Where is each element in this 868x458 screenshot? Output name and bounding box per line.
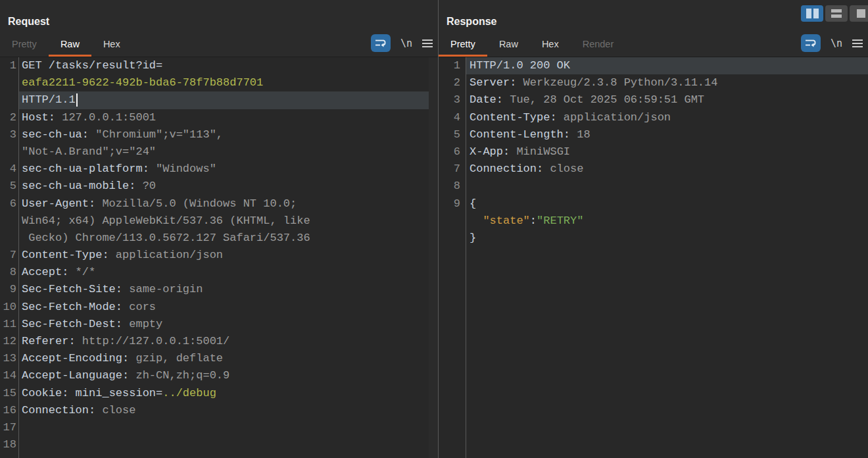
code-text[interactable]: } — [466, 230, 868, 247]
code-line[interactable]: 8 — [439, 178, 868, 195]
code-line[interactable]: 1HTTP/1.0 200 OK — [439, 57, 868, 74]
code-line[interactable]: Gecko) Chrome/113.0.5672.127 Safari/537.… — [0, 230, 429, 247]
rows-view-button[interactable] — [825, 5, 848, 22]
code-line[interactable]: 5sec-ch-ua-mobile: ?0 — [0, 178, 429, 195]
code-segment: application/json — [109, 249, 223, 261]
code-text[interactable]: Accept-Language: zh-CN,zh;q=0.9 — [19, 367, 429, 384]
request-panel-header: Request Pretty Raw Hex \n — [0, 0, 438, 57]
code-line[interactable]: "state":"RETRY" — [439, 213, 868, 230]
code-segment: empty — [122, 318, 162, 330]
code-text[interactable]: Accept: */* — [19, 264, 429, 281]
code-text[interactable]: Win64; x64) AppleWebKit/537.36 (KHTML, l… — [19, 213, 429, 230]
code-text[interactable]: Date: Tue, 28 Oct 2025 06:59:51 GMT — [466, 91, 868, 109]
code-line[interactable]: eafa2211-9622-492b-bda6-78f7b88d7701 — [0, 74, 429, 91]
code-text[interactable] — [19, 436, 429, 453]
single-view-button[interactable] — [850, 5, 868, 22]
request-panel-title: Request — [8, 16, 49, 28]
code-text[interactable]: HTTP/1.1 — [19, 91, 429, 109]
code-line[interactable]: 4sec-ch-ua-platform: "Windows" — [0, 161, 429, 178]
code-text[interactable]: HTTP/1.0 200 OK — [466, 57, 868, 74]
code-text[interactable]: "state":"RETRY" — [466, 213, 868, 230]
code-line[interactable]: 17 — [0, 419, 429, 436]
code-line[interactable]: 11Sec-Fetch-Dest: empty — [0, 316, 429, 333]
soft-wrap-button[interactable] — [801, 34, 821, 52]
code-line[interactable]: 3Date: Tue, 28 Oct 2025 06:59:51 GMT — [439, 91, 868, 109]
code-text[interactable]: { — [466, 195, 868, 213]
code-line[interactable]: "Not-A.Brand";v="24" — [0, 143, 429, 161]
show-newlines-button[interactable]: \n — [831, 38, 842, 49]
show-newlines-button[interactable]: \n — [400, 38, 412, 49]
code-text[interactable]: Referer: http://127.0.0.1:5001/ — [19, 333, 429, 350]
code-text[interactable]: Gecko) Chrome/113.0.5672.127 Safari/537.… — [19, 230, 429, 247]
tab-pretty[interactable]: Pretty — [439, 39, 487, 57]
code-line[interactable]: 16Connection: close — [0, 402, 429, 419]
code-text[interactable]: sec-ch-ua-mobile: ?0 — [19, 178, 429, 195]
text-cursor — [76, 93, 78, 107]
code-line[interactable]: 7Connection: close — [439, 161, 868, 178]
tab-raw[interactable]: Raw — [49, 39, 91, 57]
code-line[interactable]: 2Server: Werkzeug/2.3.8 Python/3.11.14 — [439, 74, 868, 91]
code-line[interactable]: 2Host: 127.0.0.1:5001 — [0, 109, 429, 126]
code-line[interactable]: 14Accept-Language: zh-CN,zh;q=0.9 — [0, 367, 429, 384]
code-line[interactable]: 10Sec-Fetch-Mode: cors — [0, 299, 429, 316]
response-panel-title: Response — [446, 16, 496, 28]
code-line[interactable]: } — [439, 230, 868, 247]
code-text[interactable]: eafa2211-9622-492b-bda6-78f7b88d7701 — [19, 74, 429, 91]
code-line[interactable]: HTTP/1.1 — [0, 91, 429, 109]
columns-view-button[interactable] — [801, 5, 823, 22]
columns-icon — [813, 9, 819, 18]
tab-pretty[interactable]: Pretty — [0, 39, 49, 57]
code-text[interactable]: Content-Type: application/json — [19, 247, 429, 264]
code-text[interactable]: Connection: close — [19, 402, 429, 419]
response-editor[interactable]: 1HTTP/1.0 200 OK2Server: Werkzeug/2.3.8 … — [439, 57, 868, 458]
code-text[interactable]: Content-Type: application/json — [466, 109, 868, 126]
tab-hex[interactable]: Hex — [530, 39, 571, 57]
columns-icon — [806, 9, 811, 18]
tab-raw[interactable]: Raw — [487, 39, 530, 57]
code-text[interactable]: "Not-A.Brand";v="24" — [19, 143, 429, 161]
code-line[interactable]: 1GET /tasks/result?id= — [0, 57, 429, 74]
code-line[interactable]: 3sec-ch-ua: "Chromium";v="113", — [0, 126, 429, 143]
editor-menu-button[interactable] — [852, 39, 863, 47]
code-text[interactable]: Sec-Fetch-Site: same-origin — [19, 281, 429, 298]
request-editor[interactable]: 1GET /tasks/result?id=eafa2211-9622-492b… — [0, 57, 429, 458]
code-line[interactable]: 13Accept-Encoding: gzip, deflate — [0, 350, 429, 367]
code-line[interactable]: 12Referer: http://127.0.0.1:5001/ — [0, 333, 429, 350]
code-line[interactable]: Win64; x64) AppleWebKit/537.36 (KHTML, l… — [0, 213, 429, 230]
code-line[interactable]: 6X-App: MiniWSGI — [439, 143, 868, 161]
code-text[interactable]: X-App: MiniWSGI — [466, 143, 868, 161]
line-number: 9 — [0, 281, 18, 298]
line-number: 18 — [0, 436, 18, 453]
code-text[interactable]: Sec-Fetch-Dest: empty — [19, 316, 429, 333]
code-text[interactable]: User-Agent: Mozilla/5.0 (Windows NT 10.0… — [19, 195, 429, 213]
code-line[interactable]: 6User-Agent: Mozilla/5.0 (Windows NT 10.… — [0, 195, 429, 213]
code-line[interactable]: 4Content-Type: application/json — [439, 109, 868, 126]
code-line[interactable]: 15Cookie: mini_session=../debug — [0, 385, 429, 402]
code-line[interactable]: 8Accept: */* — [0, 264, 429, 281]
code-text[interactable]: Accept-Encoding: gzip, deflate — [19, 350, 429, 367]
code-text[interactable]: Content-Length: 18 — [466, 126, 868, 143]
code-text[interactable]: GET /tasks/result?id= — [19, 57, 429, 74]
code-line[interactable]: 5Content-Length: 18 — [439, 126, 868, 143]
code-text[interactable]: sec-ch-ua-platform: "Windows" — [19, 161, 429, 178]
code-text[interactable] — [19, 419, 429, 436]
code-line[interactable]: 9{ — [439, 195, 868, 213]
response-editor-toolbar: \n — [801, 34, 863, 52]
code-text[interactable] — [466, 178, 868, 195]
code-segment: Content-Type: — [470, 111, 557, 124]
code-line[interactable]: 7Content-Type: application/json — [0, 247, 429, 264]
code-text[interactable]: Connection: close — [466, 161, 868, 178]
code-text[interactable]: Server: Werkzeug/2.3.8 Python/3.11.14 — [466, 74, 868, 91]
soft-wrap-button[interactable] — [371, 34, 391, 52]
code-line[interactable]: 9Sec-Fetch-Site: same-origin — [0, 281, 429, 298]
code-text[interactable]: Cookie: mini_session=../debug — [19, 385, 429, 402]
tab-hex[interactable]: Hex — [91, 39, 132, 57]
code-text[interactable]: sec-ch-ua: "Chromium";v="113", — [19, 126, 429, 143]
code-text[interactable]: Sec-Fetch-Mode: cors — [19, 299, 429, 316]
code-line[interactable]: 18 — [0, 436, 429, 453]
code-segment: HTTP/1.0 200 OK — [470, 59, 570, 72]
code-segment: Tue, 28 Oct 2025 06:59:51 GMT — [503, 93, 704, 106]
code-text[interactable]: Host: 127.0.0.1:5001 — [19, 109, 429, 126]
editor-menu-button[interactable] — [422, 39, 433, 47]
tab-render[interactable]: Render — [571, 39, 626, 57]
